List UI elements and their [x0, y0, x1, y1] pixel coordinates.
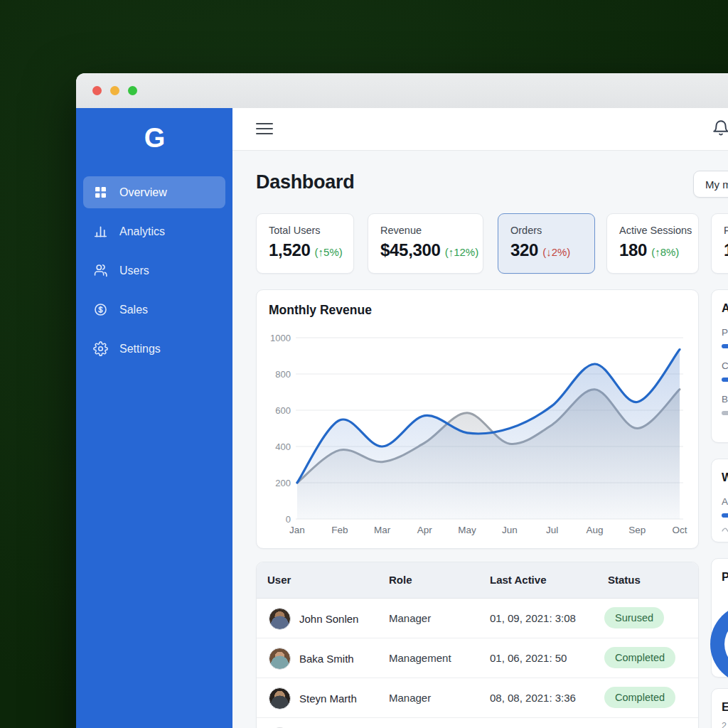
svg-text:800: 800 — [275, 369, 291, 380]
top-header — [232, 108, 728, 151]
stat-delta: (↑8%) — [651, 246, 679, 258]
stat-value: 1 — [724, 240, 728, 259]
stat-delta: (↑5%) — [315, 246, 343, 258]
last-active-cell: 01, 06, 2021: 50 — [490, 652, 567, 664]
sidebar-item-label: Overview — [119, 186, 167, 199]
svg-text:Feb: Feb — [331, 525, 348, 535]
revenue-chart: 10008006004002000JanFebMarAprMayJunJulAu… — [257, 326, 700, 546]
svg-text:400: 400 — [275, 441, 291, 452]
bell-icon[interactable] — [712, 119, 728, 138]
table-header: UserRoleLast ActiveStatus — [257, 562, 698, 599]
column-header-role: Role — [389, 574, 412, 586]
svg-text:600: 600 — [275, 405, 291, 416]
progress-bar — [722, 378, 728, 382]
stat-card-revenue[interactable]: Revenue$45,300(↑12%) — [368, 213, 483, 274]
svg-text:Aug: Aug — [586, 525, 603, 535]
right-panel: APCB — [711, 289, 728, 443]
sidebar-item-label: Sales — [119, 304, 148, 316]
table-row[interactable]: John SonlenManager01, 09, 2021: 3:08Suru… — [257, 599, 698, 638]
status-badge: Completed — [604, 647, 675, 668]
stat-delta: (↑12%) — [445, 246, 479, 258]
sidebar-item-analytics[interactable]: Analytics — [83, 215, 225, 247]
right-panel: P — [711, 558, 728, 678]
status-badge: Completed — [604, 687, 675, 708]
grid-icon — [93, 185, 108, 200]
desktop-background: G OverviewAnalyticsUsersSalesSettings Da… — [0, 0, 728, 728]
signature-squiggle — [722, 526, 728, 533]
table-row[interactable]: Baka SmithManagement01, 06, 2021: 50Comp… — [257, 638, 698, 678]
stat-card-total-users[interactable]: Total Users1,520(↑5%) — [256, 213, 354, 274]
users-icon — [93, 263, 108, 278]
svg-text:200: 200 — [275, 478, 291, 488]
panel-heading: P — [722, 570, 728, 584]
panel-item-label: A — [722, 496, 728, 507]
close-window-button[interactable] — [92, 86, 102, 95]
progress-bar — [722, 344, 728, 348]
chart-title: Monthly Revenue — [269, 303, 372, 318]
hamburger-icon[interactable] — [256, 123, 273, 135]
user-avatar — [269, 608, 291, 630]
dollar-circle-icon — [93, 302, 108, 317]
stat-card-active-sessions[interactable]: Active Sessions180(↑8%) — [606, 213, 699, 274]
stat-label: Active Sessions — [619, 225, 698, 236]
column-header-status: Status — [608, 574, 641, 586]
svg-text:Oct: Oct — [672, 525, 687, 535]
progress-bar — [722, 513, 728, 518]
svg-text:Jul: Jul — [546, 525, 558, 535]
sidebar: G OverviewAnalyticsUsersSalesSettings — [76, 108, 232, 728]
stat-value: 180 — [619, 240, 647, 259]
stat-label: Orders — [510, 225, 594, 236]
sidebar-item-sales[interactable]: Sales — [83, 294, 225, 326]
role-cell: Management — [389, 652, 451, 664]
table-row[interactable] — [257, 718, 698, 728]
svg-text:Mar: Mar — [374, 525, 391, 535]
user-name: John Sonlen — [299, 613, 358, 625]
panel-subtext: 2 — [722, 721, 728, 728]
svg-text:May: May — [458, 525, 476, 535]
svg-text:1000: 1000 — [270, 333, 291, 343]
user-cell: Baka Smith — [269, 648, 354, 670]
profile-menu-button[interactable]: My mu — [693, 171, 728, 198]
right-panel: WA — [711, 459, 728, 542]
stat-card-orders[interactable]: Orders320(↓2%) — [498, 213, 595, 274]
sidebar-item-label: Settings — [119, 343, 161, 355]
stat-label: Revenue — [380, 225, 483, 236]
sidebar-item-label: Analytics — [119, 225, 165, 238]
content-area: Dashboard My mu Total Users1,520(↑5%)Rev… — [232, 150, 728, 728]
donut-chart — [710, 604, 728, 684]
panel-item-label: B — [722, 394, 728, 405]
zoom-window-button[interactable] — [128, 86, 137, 95]
stat-card-pa[interactable]: Pa1 — [711, 213, 728, 274]
bar-chart-icon — [93, 224, 108, 239]
profile-menu-label: My mu — [705, 178, 728, 191]
panel-heading: E — [722, 700, 728, 714]
main-area: Dashboard My mu Total Users1,520(↑5%)Rev… — [232, 108, 728, 728]
app-window: G OverviewAnalyticsUsersSalesSettings Da… — [76, 73, 728, 728]
stat-value: 1,520 — [269, 240, 311, 259]
users-table-card: UserRoleLast ActiveStatus John SonlenMan… — [256, 562, 699, 728]
page-title: Dashboard — [256, 171, 354, 193]
stat-value: 320 — [510, 240, 538, 259]
user-cell: Steyn Marth — [269, 687, 357, 710]
sidebar-item-settings[interactable]: Settings — [83, 333, 225, 365]
minimize-window-button[interactable] — [110, 86, 119, 95]
panel-item-label: C — [722, 360, 728, 371]
progress-bar — [722, 411, 728, 415]
sidebar-item-label: Users — [119, 264, 149, 277]
panel-heading: W — [722, 471, 728, 484]
svg-text:0: 0 — [286, 514, 291, 525]
svg-text:Jan: Jan — [289, 525, 305, 535]
role-cell: Manager — [389, 612, 431, 624]
user-name: Steyn Marth — [299, 692, 357, 705]
stat-label: Total Users — [269, 225, 353, 236]
panel-heading: A — [722, 301, 728, 315]
sidebar-item-overview[interactable]: Overview — [83, 176, 225, 208]
user-name: Baka Smith — [299, 653, 354, 665]
role-cell: Manager — [389, 692, 431, 704]
stat-label: Pa — [724, 225, 728, 236]
column-header-last-active: Last Active — [490, 574, 546, 586]
user-avatar — [269, 687, 291, 710]
sidebar-item-users[interactable]: Users — [83, 255, 225, 287]
table-row[interactable]: Steyn MarthManager08, 08, 2021: 3:36Comp… — [257, 678, 698, 718]
right-panel: E2 — [711, 688, 728, 728]
